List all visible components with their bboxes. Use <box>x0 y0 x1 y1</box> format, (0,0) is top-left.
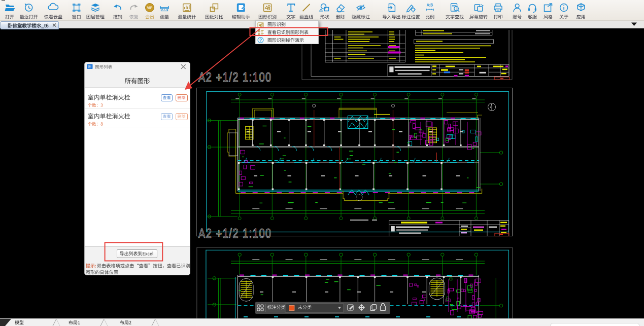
svg-text:A2 +1/2 1:100: A2 +1/2 1:100 <box>198 69 272 84</box>
svg-text:A2 +1/2 1:100: A2 +1/2 1:100 <box>198 226 272 240</box>
